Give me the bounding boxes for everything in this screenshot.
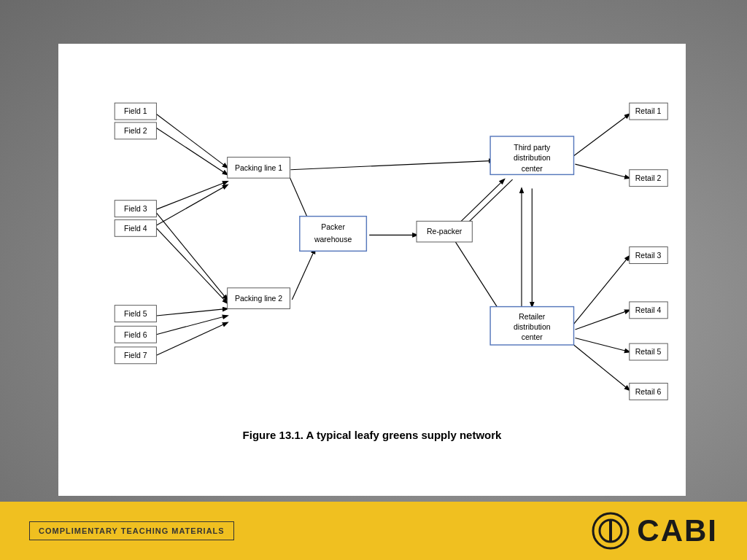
svg-text:Field 4: Field 4 — [124, 225, 147, 233]
svg-text:warehouse: warehouse — [314, 236, 352, 244]
svg-rect-69 — [609, 520, 612, 542]
svg-text:Field 1: Field 1 — [124, 107, 147, 115]
svg-text:Retail 3: Retail 3 — [635, 252, 662, 260]
svg-line-20 — [574, 256, 630, 324]
svg-text:Field 3: Field 3 — [124, 205, 147, 213]
svg-text:Field 6: Field 6 — [124, 331, 147, 339]
svg-text:Packing line 2: Packing line 2 — [235, 295, 282, 303]
svg-text:Packing line 1: Packing line 1 — [235, 164, 282, 172]
svg-line-1 — [156, 128, 227, 175]
svg-line-13 — [455, 179, 504, 227]
slide-container: Field 1 Field 2 Field 3 Field 4 Field 5 … — [58, 44, 686, 496]
svg-line-7 — [156, 316, 227, 335]
svg-rect-42 — [300, 217, 367, 252]
svg-line-22 — [575, 338, 629, 351]
svg-line-18 — [574, 114, 630, 155]
svg-line-4 — [156, 213, 227, 300]
diagram-area: Field 1 Field 2 Field 3 Field 4 Field 5 … — [73, 58, 671, 423]
svg-line-14 — [455, 242, 501, 314]
svg-line-21 — [575, 310, 629, 330]
svg-line-6 — [156, 308, 227, 316]
svg-text:Re-packer: Re-packer — [427, 228, 462, 236]
figure-caption: Figure 13.1. A typical leafy greens supp… — [73, 429, 671, 441]
footer-logo: CABI — [592, 512, 718, 550]
svg-line-10 — [290, 160, 493, 169]
cabi-logo-text: CABI — [637, 513, 718, 548]
svg-line-15 — [464, 179, 513, 227]
svg-text:Field 2: Field 2 — [124, 127, 147, 135]
footer-left-label: COMPLIMENTARY TEACHING MATERIALS — [29, 521, 234, 540]
svg-text:Retail 1: Retail 1 — [635, 107, 662, 115]
svg-text:distribution: distribution — [514, 154, 551, 162]
svg-text:Packer: Packer — [321, 223, 345, 231]
svg-text:Field 5: Field 5 — [124, 310, 147, 318]
cabi-icon — [592, 512, 630, 550]
svg-text:Retail 6: Retail 6 — [635, 388, 662, 396]
svg-text:distribution: distribution — [514, 323, 551, 331]
svg-line-23 — [574, 345, 630, 390]
svg-text:Third party: Third party — [514, 144, 551, 152]
svg-text:Retail 4: Retail 4 — [635, 306, 662, 314]
svg-text:Retail 5: Retail 5 — [635, 348, 662, 356]
svg-line-5 — [156, 228, 227, 303]
supply-network-diagram: Field 1 Field 2 Field 3 Field 4 Field 5 … — [73, 58, 671, 423]
svg-line-0 — [156, 114, 227, 167]
svg-text:Field 7: Field 7 — [124, 351, 147, 359]
footer-bar: COMPLIMENTARY TEACHING MATERIALS CABI — [0, 502, 747, 560]
svg-text:Retail 2: Retail 2 — [635, 174, 662, 182]
svg-text:center: center — [522, 165, 543, 173]
svg-line-11 — [292, 249, 314, 300]
svg-text:center: center — [522, 333, 543, 341]
svg-line-8 — [156, 323, 227, 356]
svg-text:Retailer: Retailer — [519, 313, 546, 321]
svg-line-19 — [575, 164, 629, 178]
